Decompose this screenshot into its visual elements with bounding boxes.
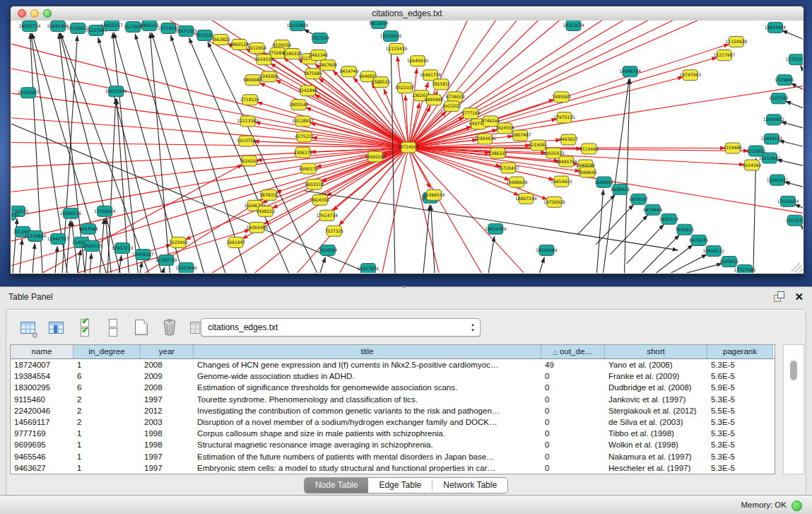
table-cell: 1998 [141, 439, 194, 450]
graph-edge [488, 236, 494, 273]
graph-node-label: 9899086 [243, 77, 262, 82]
zoom-window-button[interactable] [43, 9, 52, 18]
column-header-title[interactable]: title [194, 345, 541, 358]
unselect-all-button[interactable] [103, 318, 122, 337]
table-row[interactable]: 1938455462009Genome-wide association stu… [11, 370, 775, 382]
table-panel-title: Table Panel [8, 287, 53, 307]
graph-node-label: 18327876 [358, 266, 379, 271]
table-row[interactable]: 1830029562008Estimation of significance … [11, 382, 775, 393]
graph-edge [33, 243, 35, 273]
graph-edge [406, 95, 408, 147]
table-selector-dropdown[interactable]: citations_edges.txt ▲▼ [201, 318, 481, 337]
column-header-in_degree[interactable]: in_degree [73, 345, 141, 358]
graph-node-label: 2803144 [289, 102, 308, 107]
graph-edge [305, 191, 678, 250]
show-columns-button[interactable] [47, 318, 66, 337]
table-row[interactable]: 946362711997Embryonic stem cells: a mode… [11, 462, 775, 474]
graph-node-label: 8813054 [370, 21, 389, 25]
tab-edge-table[interactable]: Edge Table [368, 478, 432, 493]
table-cell: Changes of HCN gene expression and I(f) … [194, 359, 541, 370]
dropdown-arrows-icon: ▲▼ [471, 322, 475, 333]
column-header-out_de[interactable]: △out_de… [541, 345, 605, 358]
table-row[interactable]: 2242004622012Investigating the contribut… [11, 405, 775, 416]
graph-node-label: 6734028 [446, 94, 465, 99]
network-view-window[interactable]: citations_edges.txt 24055724206914062129… [10, 6, 804, 274]
graph-edge [11, 148, 408, 242]
graph-node-label: 2935114 [659, 216, 678, 221]
table-row[interactable]: 977716911998Corpus callosum shape and si… [11, 428, 775, 439]
table-row[interactable]: 1456911722003Disruption of a novel membe… [11, 416, 775, 428]
table-cell: 0 [541, 439, 605, 450]
graph-node-label: 7624554 [318, 247, 337, 252]
tab-network-table[interactable]: Network Table [433, 478, 507, 493]
graph-node-label: 18443404 [765, 25, 787, 30]
graph-node-label: 1654334 [254, 57, 273, 62]
delete-column-button[interactable] [160, 318, 179, 337]
graph-node-label: 15751074 [786, 57, 803, 62]
close-window-button[interactable] [18, 9, 26, 18]
table-cell: 1 [73, 359, 141, 370]
graph-node-label: 9603518 [305, 182, 324, 187]
graph-node-label: 10654112 [703, 248, 725, 253]
graph-edge [753, 158, 756, 273]
graph-edge [779, 141, 803, 147]
network-canvas[interactable]: 2405572420691406212939721523708010655257… [11, 21, 803, 273]
window-resize-grip[interactable] [792, 263, 803, 273]
graph-edge [627, 224, 664, 264]
graph-node-label: 19747043 [679, 72, 701, 77]
network-graph[interactable]: 2405572420691406212939721523708010655257… [11, 21, 803, 273]
new-column-button[interactable] [131, 318, 151, 337]
graph-node-label: 4275212 [295, 134, 314, 139]
table-row[interactable]: 1872400712008Changes of HCN gene express… [11, 359, 775, 370]
column-header-year[interactable]: year [141, 345, 194, 358]
tab-node-table[interactable]: Node Table [305, 478, 369, 493]
show-columns-icon [49, 322, 64, 334]
table-cell: 1 [73, 439, 141, 450]
table-selector-value: citations_edges.txt [208, 319, 278, 336]
graph-node-label: 16648784 [619, 69, 641, 74]
scrollbar-thumb[interactable] [790, 361, 797, 380]
graph-node-label: 18724007 [398, 145, 420, 150]
graph-edge [611, 215, 648, 255]
graph-edge [577, 194, 615, 235]
column-header-pagerank[interactable]: pagerank [707, 345, 773, 358]
graph-node-label: 15218506 [380, 33, 402, 38]
graph-edge [90, 253, 91, 273]
table-cell: 5.3E-5 [707, 451, 773, 462]
graph-node-label: 8990175 [299, 166, 318, 171]
table-cell: 1997 [141, 451, 194, 462]
graph-edge [55, 246, 57, 273]
table-cell: 5.3E-5 [707, 416, 773, 428]
table-cell: Estimation of the future numbers of pati… [194, 451, 541, 462]
select-all-button[interactable]: ✔✔ [75, 318, 94, 337]
table-cell: 18724007 [11, 359, 73, 370]
network-window-titlebar[interactable]: citations_edges.txt [11, 6, 804, 21]
table-cell: 0 [541, 416, 605, 428]
graph-node-label: 20206576 [60, 211, 82, 216]
graph-node-label: 8186328 [283, 51, 302, 56]
table-cell: 2012 [141, 405, 194, 416]
graph-node-label: 17957223 [112, 245, 134, 250]
column-header-short[interactable]: short [605, 345, 707, 358]
table-row[interactable]: 946554611997Estimation of the future num… [11, 451, 775, 462]
graph-node-label: 16961758 [420, 72, 442, 77]
table-cell: Franke et al. (2009) [605, 370, 707, 382]
graph-node-label: 17975125 [553, 115, 575, 119]
table-row[interactable]: 969969511998Structural magnetic resonanc… [11, 439, 775, 450]
graph-edge [785, 101, 803, 108]
graph-node-label: 6879197 [629, 197, 648, 201]
graph-edge [642, 235, 680, 273]
float-panel-icon[interactable] [774, 291, 784, 302]
table-cell: 1997 [141, 462, 194, 474]
graph-node-label: 10025433 [543, 151, 565, 156]
graph-node-label: 6216061 [529, 142, 548, 147]
column-header-name[interactable]: name [11, 345, 73, 358]
table-scrollbar[interactable] [783, 344, 804, 474]
graph-node-label: 9227343 [770, 95, 789, 100]
table-settings-button[interactable]: ⚙ [18, 318, 37, 337]
node-table[interactable]: namein_degreeyeartitle△out_de…shortpager… [10, 344, 775, 474]
table-row[interactable]: 911546021997Tourette syndrome. Phenomeno… [11, 394, 775, 405]
minimize-window-button[interactable] [30, 9, 39, 18]
close-panel-icon[interactable]: ✕ [794, 291, 804, 302]
graph-node-label: 17614734 [317, 213, 339, 218]
